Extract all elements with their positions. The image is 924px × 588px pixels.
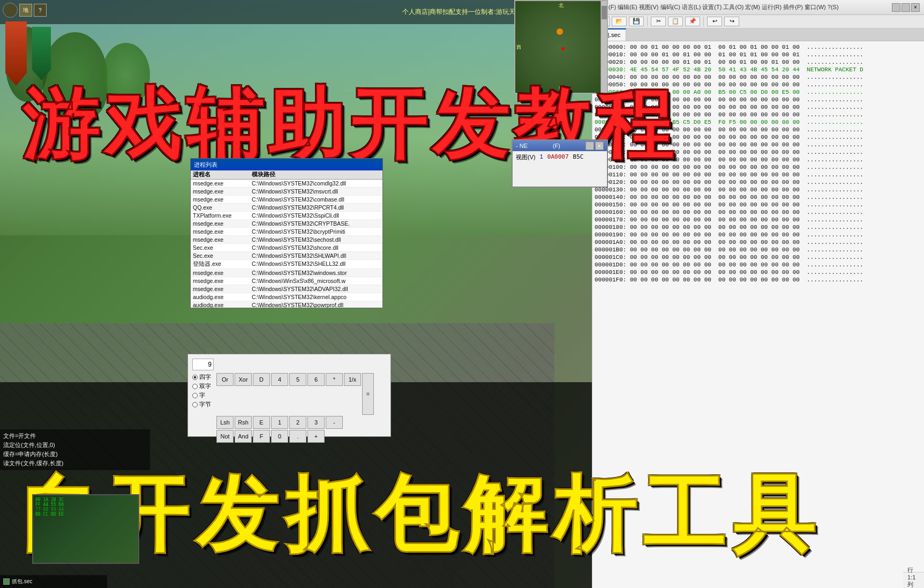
btn-plus[interactable]: + xyxy=(307,430,325,443)
app-close-btn[interactable]: × xyxy=(911,3,920,12)
table-row[interactable]: msedge.exeC:\Windows\SYSTEM32\comdlg32.d… xyxy=(191,180,382,188)
hex-line-24: 00000170: 00 00 00 00 00 00 00 00 00 00 … xyxy=(595,216,922,224)
ne-number: 1 xyxy=(540,153,543,161)
table-row[interactable]: msedge.exeC:\Windows\SYSTEM32\combase.dl… xyxy=(191,196,382,204)
app-bar-label: 抓包.sec xyxy=(12,578,32,585)
table-row[interactable]: audiodg.exeC:\Windows\SYSTEM32\powrprof.… xyxy=(191,301,382,308)
radio-circle-byte xyxy=(192,402,198,407)
calc-row-1: Or Xor D 4 5 6 * 1/x = xyxy=(216,373,386,415)
ne-title-bar: - NE (F) × xyxy=(513,140,607,151)
thumbnail-preview: 00 1A 2B 3C FF 44 55 66 77 88 99 AA BB C… xyxy=(32,494,139,564)
btn-xor[interactable]: Xor xyxy=(235,373,252,386)
map-north-label: 北 xyxy=(559,2,564,9)
app-minimize-btn[interactable] xyxy=(892,3,900,12)
btn-equals[interactable]: = xyxy=(362,373,374,415)
radio-label-four: 四字 xyxy=(199,373,211,381)
table-row[interactable]: msedge.exeC:\Windows\SYSTEM32\ADVAPI32.d… xyxy=(191,285,382,293)
process-rows-container: msedge.exeC:\Windows\SYSTEM32\comdlg32.d… xyxy=(191,180,382,308)
hex-line-21: 00000140: 00 00 00 00 00 00 00 00 00 00 … xyxy=(595,193,922,201)
table-row[interactable]: TXPlatform.exeC:\Windows\SYSTEM32\SspiCl… xyxy=(191,212,382,220)
hex-line-32: 000001F0: 00 00 00 00 00 00 00 00 00 00 … xyxy=(595,276,922,284)
btn-5[interactable]: 5 xyxy=(289,373,306,386)
btn-e[interactable]: E xyxy=(253,416,270,429)
toolbar-save[interactable]: 💾 xyxy=(629,17,644,26)
toolbar-copy[interactable]: 📋 xyxy=(668,17,683,26)
table-row[interactable]: msedge.exeC:\Windows\SYSTEM32\msvcrt.dll xyxy=(191,188,382,196)
radio-item-double-char[interactable]: 双字 xyxy=(192,382,211,390)
hex-line-1: 00000000: 00 00 01 00 00 00 00 01 00 01 … xyxy=(595,43,922,51)
hud-map-btn[interactable]: 地 xyxy=(19,4,32,17)
radio-item-char[interactable]: 字 xyxy=(192,391,211,399)
app-icon xyxy=(3,578,10,585)
btn-or[interactable]: Or xyxy=(216,373,234,386)
status-bar: 行 1:1 列 1 选择的字节 54 55 字节 ANSI CR+LF INS … xyxy=(903,572,924,588)
toolbar-undo[interactable]: ↩ xyxy=(707,17,722,26)
hex-line-25: 00000180: 00 00 00 00 00 00 00 00 00 00 … xyxy=(595,224,922,231)
hex-line-23: 00000160: 00 00 00 00 00 00 00 00 00 00 … xyxy=(595,209,922,216)
hex-line-20: 00000130: 00 00 00 00 00 00 00 00 00 00 … xyxy=(595,186,922,193)
process-window-title: 进程列表 xyxy=(191,159,382,170)
btn-2[interactable]: 2 xyxy=(289,416,306,429)
table-row[interactable]: msedge.exeC:\Windows\SYSTEM32\bcryptPrim… xyxy=(191,228,382,236)
table-row[interactable]: msedge.exeC:\Windows\SYSTEM32\CRYPTBASE. xyxy=(191,220,382,228)
ne-minimize-btn[interactable] xyxy=(585,142,594,150)
banner-left xyxy=(5,21,27,86)
hex-line-30: 000001D0: 00 00 00 00 00 00 00 00 00 00 … xyxy=(595,261,922,269)
ne-content: 视图(V) 1 0A0007 B5C xyxy=(513,151,607,163)
calculator-window: 四字 双字 字 字节 Or Xor D 4 5 xyxy=(187,354,391,437)
btn-4[interactable]: 4 xyxy=(271,373,288,386)
app-title-bar: 文件(F) 编辑(E) 视图(V) 编码(C) 语言(L) 设置(T) 工具(O… xyxy=(592,0,924,15)
btn-not[interactable]: Not xyxy=(216,430,234,443)
btn-f[interactable]: F xyxy=(253,430,270,443)
table-row[interactable]: QQ.exeC:\Windows\SYSTEM32\RPCRT4.dll xyxy=(191,204,382,212)
btn-lsh[interactable]: Lsh xyxy=(216,416,234,429)
status-position: 行 1:1 列 1 xyxy=(907,566,915,589)
btn-d[interactable]: D xyxy=(253,373,270,386)
btn-1[interactable]: 1 xyxy=(271,416,288,429)
btn-dot[interactable]: . xyxy=(289,430,306,443)
calc-buttons: Or Xor D 4 5 6 * 1/x = Lsh Rsh E 1 2 3 - xyxy=(216,373,386,443)
thumbnail-inner: 00 1A 2B 3C FF 44 55 66 77 88 99 AA BB C… xyxy=(33,495,138,563)
btn-inv[interactable]: 1/x xyxy=(344,373,361,386)
table-row[interactable]: msedge.exeC:\Windows\SYSTEM32\windows.st… xyxy=(191,269,382,277)
table-row[interactable]: audiodg.exeC:\Windows\SYSTEM32\kernel.ap… xyxy=(191,293,382,301)
btn-and[interactable]: And xyxy=(235,430,252,443)
calc-row-2: Lsh Rsh E 1 2 3 - xyxy=(216,416,386,429)
hud-char-btn[interactable]: ? xyxy=(34,4,47,17)
hud-code-area: 文件=开文件 流定位(文件,位置,0) 缓存=申请内存(长度) 读文件(文件,缓… xyxy=(0,429,150,470)
calc-input[interactable] xyxy=(192,359,214,370)
toolbar-redo[interactable]: ↪ xyxy=(724,17,739,26)
table-row[interactable]: 登陆器.exeC:\Windows\SYSTEM32\SHELL32.dll xyxy=(191,260,382,269)
btn-6[interactable]: 6 xyxy=(307,373,325,386)
col-header-name: 进程名 xyxy=(193,171,252,178)
table-row[interactable]: Sec.exeC:\Windows\SYSTEM32\SHLWAPI.dll xyxy=(191,252,382,260)
app-title-text: 文件(F) 编辑(E) 视图(V) 编码(C) 语言(L) 设置(T) 工具(O… xyxy=(597,3,839,11)
process-window-title-text: 进程列表 xyxy=(194,161,217,169)
hud-icon-1 xyxy=(3,3,18,18)
btn-3[interactable]: 3 xyxy=(307,416,325,429)
map-west-label: 西 xyxy=(516,43,521,50)
table-row[interactable]: Sec.exeC:\Windows\SYSTEM32\shcore.dll xyxy=(191,244,382,252)
hex-line-5: 00000040: 00 00 00 00 00 00 00 00 00 00 … xyxy=(595,73,922,81)
toolbar-cut[interactable]: ✂ xyxy=(651,17,666,26)
radio-circle-four xyxy=(192,375,198,380)
ne-hex2: B5C xyxy=(573,153,584,161)
table-row[interactable]: msedge.exeC:\Windows\WinSxS\x86_microsof… xyxy=(191,277,382,285)
ne-hex-value: 0A0007 xyxy=(547,153,569,161)
btn-mul[interactable]: * xyxy=(326,373,343,386)
radio-item-four-char[interactable]: 四字 xyxy=(192,373,211,381)
map-marker-orange xyxy=(557,28,563,35)
radio-item-byte[interactable]: 字节 xyxy=(192,400,211,408)
app-maximize-btn[interactable] xyxy=(902,3,910,12)
radio-label-double: 双字 xyxy=(199,382,211,390)
toolbar-open[interactable]: 📂 xyxy=(612,17,627,26)
toolbar-paste[interactable]: 📌 xyxy=(685,17,700,26)
ne-view-label: 视图(V) xyxy=(516,153,536,161)
ne-close-btn[interactable]: × xyxy=(595,142,604,150)
hex-line-3: 00000020: 00 00 00 00 00 01 00 01 00 00 … xyxy=(595,58,922,66)
btn-0[interactable]: 0 xyxy=(271,430,288,443)
btn-rsh[interactable]: Rsh xyxy=(235,416,252,429)
btn-minus[interactable]: - xyxy=(326,416,343,429)
process-list-window: 进程列表 进程名 模块路径 msedge.exeC:\Windows\SYSTE… xyxy=(190,158,383,308)
table-row[interactable]: msedge.exeC:\Windows\SYSTEM32\sechost.dl… xyxy=(191,236,382,244)
